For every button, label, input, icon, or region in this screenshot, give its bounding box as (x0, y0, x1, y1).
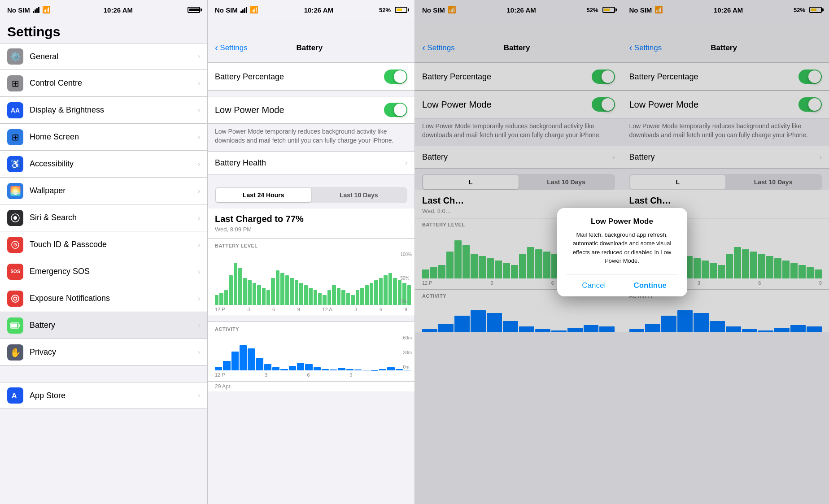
sidebar-item-accessibility[interactable]: ♿ Accessibility (0, 151, 207, 178)
app-store-label: App Store (30, 391, 198, 400)
lpm-description: Low Power Mode temporarily reduces backg… (208, 124, 414, 151)
battery-chart (208, 251, 414, 305)
exposure-label: Exposure Notifications (30, 294, 198, 303)
chevron-icon (198, 79, 200, 87)
sidebar-item-touch-id[interactable]: Touch ID & Passcode (0, 231, 207, 258)
back-label: Settings (220, 43, 247, 52)
battery-icon (188, 7, 200, 13)
nav-title-bar: Settings (0, 20, 207, 43)
exposure-icon (7, 291, 23, 307)
tab-24hours[interactable]: Last 24 Hours (216, 188, 311, 202)
date-label: 29 Apr. (208, 382, 414, 391)
battery-percentage-section: Battery Percentage (208, 63, 414, 91)
svg-point-1 (13, 216, 17, 220)
activity-chart (208, 335, 414, 370)
sidebar-item-control-centre[interactable]: ⊞ Control Centre (0, 70, 207, 97)
carrier-label-2: No SIM (215, 6, 238, 14)
last-charged-label: Last Charged to 77% (208, 209, 414, 226)
sidebar-item-home-screen[interactable]: ⊞ Home Screen (0, 124, 207, 151)
battery-label: Battery (30, 321, 198, 330)
time-tabs: Last 24 Hours Last 10 Days (215, 187, 407, 203)
battery-level-label: BATTERY LEVEL (208, 239, 414, 251)
chevron-icon (198, 268, 200, 276)
sidebar-item-wallpaper[interactable]: 🌅 Wallpaper (0, 178, 207, 204)
svg-point-4 (15, 244, 16, 245)
settings-section-main: ⚙️ General ⊞ Control Centre AA Display &… (0, 43, 207, 366)
low-power-mode-section: Low Power Mode (208, 96, 414, 124)
sidebar-item-siri[interactable]: Siri & Search (0, 204, 207, 231)
low-power-mode-row: Low Power Mode (208, 96, 414, 123)
svg-rect-9 (11, 323, 17, 327)
status-bar-3: No SIM 📶 10:26 AM 52% (415, 0, 622, 20)
chart-x-labels: 12 P 3 6 9 12 A 3 6 9 (208, 305, 414, 316)
touch-id-icon (7, 237, 23, 253)
battery-health-label: Battery Health (215, 158, 405, 168)
battery-3: 52% (586, 7, 615, 13)
dialog-continue-button[interactable]: Continue (622, 275, 678, 296)
battery-health-chevron (405, 159, 407, 167)
chevron-icon (198, 52, 200, 61)
battery-percentage-row: Battery Percentage (208, 63, 414, 90)
dialog-cancel-button[interactable]: Cancel (566, 275, 623, 296)
page-title: Settings (7, 24, 60, 39)
wallpaper-icon: 🌅 (7, 183, 23, 199)
dialog-title: Low Power Mode (566, 217, 678, 226)
activity-chart-section: ACTIVITY 60m 30m 0m 12 P 3 6 9 29 Apr. (208, 322, 414, 382)
battery-percentage-toggle[interactable] (384, 70, 407, 84)
battery-indicator (186, 7, 200, 13)
low-power-mode-label: Low Power Mode (215, 105, 384, 115)
sidebar-item-app-store[interactable]: A App Store (0, 382, 207, 409)
chevron-icon (198, 187, 200, 195)
battery-dialog-panel: No SIM 📶 10:26 AM 52% ‹ Settings Battery (414, 0, 829, 504)
last-charged-sub: Wed, 8:09 PM (208, 226, 414, 238)
battery-content: Battery Percentage Low Power Mode Low Po… (208, 63, 414, 504)
accessibility-label: Accessibility (30, 159, 198, 169)
back-button[interactable]: ‹ Settings (215, 42, 248, 54)
svg-text:A: A (12, 392, 17, 400)
battery-health-row[interactable]: Battery Health (208, 151, 414, 174)
sidebar-item-battery[interactable]: Battery (0, 312, 207, 339)
emergency-sos-icon: SOS (7, 264, 23, 280)
tab-10days[interactable]: Last 10 Days (311, 188, 407, 202)
time-3: 10:26 AM (507, 6, 536, 14)
sidebar-item-exposure[interactable]: Exposure Notifications (0, 285, 207, 312)
nav-bar-title: Battery (297, 43, 323, 52)
general-label: General (30, 52, 198, 61)
battery-status-2: 52% (379, 7, 407, 13)
activity-dimmed-3 (415, 300, 622, 332)
privacy-icon: ✋ (7, 344, 23, 361)
battery-chart-section: BATTERY LEVEL 100% 50% 0% 12 P 3 6 9 12 … (208, 238, 414, 316)
carrier-signal: No SIM 📶 (7, 6, 51, 14)
sidebar-item-general[interactable]: ⚙️ General (0, 43, 207, 70)
signal-icon-2 (240, 7, 247, 13)
carrier-label: No SIM (7, 6, 30, 14)
chevron-icon (198, 295, 200, 303)
battery-panel: No SIM 📶 10:26 AM 52% ‹ Settings Battery (207, 0, 414, 504)
sidebar-item-privacy[interactable]: ✋ Privacy (0, 339, 207, 366)
general-icon: ⚙️ (7, 48, 23, 65)
home-screen-label: Home Screen (30, 132, 198, 142)
carrier-3: No SIM 📶 (422, 6, 456, 14)
settings-list: ⚙️ General ⊞ Control Centre AA Display &… (0, 43, 207, 504)
dialog-message: Mail fetch, background app refresh, auto… (566, 230, 678, 265)
chevron-icon (198, 241, 200, 249)
dialog-box: Low Power Mode Mail fetch, background ap… (557, 208, 687, 296)
nav-bar-2: ‹ Settings Battery (208, 20, 414, 63)
svg-point-5 (12, 295, 19, 302)
gap-section (0, 366, 207, 382)
chevron-icon (198, 106, 200, 114)
chevron-icon (198, 160, 200, 168)
emergency-sos-label: Emergency SOS (30, 267, 198, 276)
battery-icon-2 (395, 7, 407, 13)
chart-y-labels: 100% 50% 0% (400, 251, 412, 305)
settings-panel: No SIM 📶 10:26 AM Settings ⚙️ General (0, 0, 207, 504)
wifi-icon: 📶 (42, 6, 51, 14)
settings-section-apps: A App Store (0, 382, 207, 409)
status-bar-4: No SIM 📶 10:26 AM 52% (622, 0, 829, 20)
sidebar-item-emergency-sos[interactable]: SOS Emergency SOS (0, 258, 207, 285)
svg-rect-8 (19, 324, 20, 326)
accessibility-icon: ♿ (7, 156, 23, 172)
sidebar-item-display[interactable]: AA Display & Brightness (0, 97, 207, 124)
wallpaper-label: Wallpaper (30, 186, 198, 196)
low-power-mode-toggle[interactable] (384, 103, 407, 117)
